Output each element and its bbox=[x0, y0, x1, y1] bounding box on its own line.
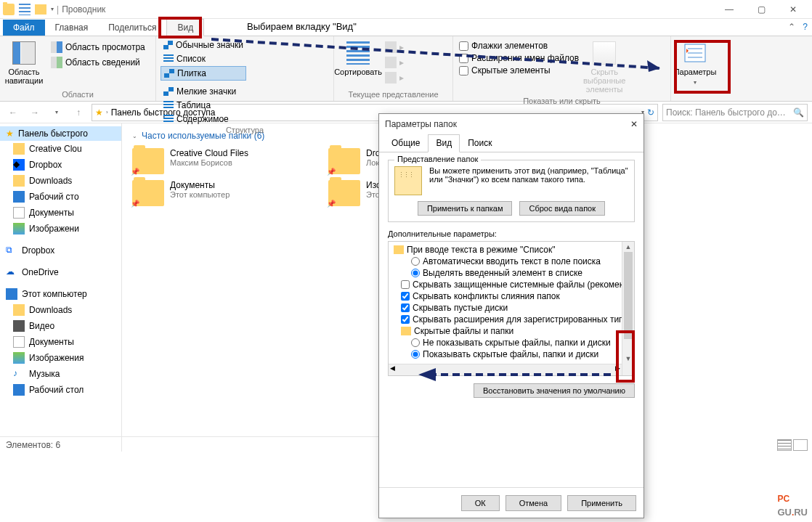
dlg-tab-view[interactable]: Вид bbox=[428, 134, 460, 152]
sidebar-item[interactable]: Downloads bbox=[0, 173, 121, 189]
back-button[interactable]: ← bbox=[4, 104, 22, 121]
details-pane-button[interactable]: Область сведений bbox=[48, 55, 148, 70]
folder-view-fieldset: Представление папок Вы можете применить … bbox=[388, 160, 635, 222]
recent-dropdown[interactable]: ▾ bbox=[48, 104, 65, 121]
minimize-button[interactable]: — bbox=[713, 0, 745, 19]
tiles-view-icon[interactable] bbox=[793, 439, 808, 451]
help-icon[interactable]: ? bbox=[803, 22, 808, 32]
svg-marker-5 bbox=[647, 60, 660, 72]
annotation-arrow-1 bbox=[211, 36, 677, 73]
size-columns-button[interactable]: ▸ bbox=[382, 70, 407, 85]
tab-share[interactable]: Поделиться bbox=[98, 20, 166, 36]
tree-row[interactable]: Скрывать пустые диски bbox=[391, 302, 632, 314]
advanced-settings-tree[interactable]: При вводе текста в режиме "Список"Автома… bbox=[388, 241, 635, 376]
tree-row[interactable]: Автоматически вводить текст в поле поиск… bbox=[391, 256, 632, 267]
tree-row[interactable]: Скрывать расширения для зарегистрированн… bbox=[391, 314, 632, 325]
preview-pane-button[interactable]: Область просмотра bbox=[48, 40, 148, 54]
properties-icon[interactable] bbox=[19, 4, 31, 15]
svg-marker-7 bbox=[418, 368, 436, 381]
ribbon-collapse-icon[interactable]: ⌃ bbox=[788, 22, 795, 32]
sidebar-item[interactable]: Изображени bbox=[0, 221, 121, 237]
up-button[interactable]: ↑ bbox=[70, 104, 87, 121]
apply-to-folders-button[interactable]: Применить к папкам bbox=[418, 201, 513, 216]
forward-button[interactable]: → bbox=[26, 104, 44, 121]
cancel-button[interactable]: Отмена bbox=[506, 495, 561, 511]
reset-folders-button[interactable]: Сброс вида папок bbox=[519, 201, 605, 216]
new-folder-icon[interactable] bbox=[35, 4, 46, 15]
folder-item[interactable]: 📌Creative Cloud FilesМаксим Борисов bbox=[132, 148, 306, 174]
tree-row[interactable]: Показывать скрытые файлы, папки и диски bbox=[391, 348, 632, 360]
sidebar-item[interactable]: Downloads bbox=[0, 302, 121, 318]
ribbon-tabs: Файл Главная Поделиться Вид Выбираем вкл… bbox=[0, 19, 812, 36]
apply-button[interactable]: Применить bbox=[567, 495, 636, 511]
sidebar-item[interactable]: Документы bbox=[0, 205, 121, 221]
refresh-icon[interactable]: ↻ bbox=[647, 107, 654, 118]
layout-details[interactable]: Таблица bbox=[161, 99, 240, 112]
scroll-down-icon: ▼ bbox=[622, 354, 634, 364]
sidebar-onedrive[interactable]: ☁OneDrive bbox=[0, 264, 121, 280]
dlg-tab-search[interactable]: Поиск bbox=[460, 134, 500, 152]
sidebar-item[interactable]: Рабочий сто bbox=[0, 189, 121, 205]
tree-vscroll[interactable]: ▲ ▼ bbox=[622, 242, 634, 375]
search-icon[interactable]: 🔍 bbox=[793, 107, 804, 118]
sidebar-quick-access[interactable]: ★Панель быстрого bbox=[0, 126, 121, 141]
tab-view[interactable]: Вид bbox=[166, 19, 204, 36]
folder-item[interactable]: 📌ДокументыЭтот компьютер bbox=[132, 180, 306, 206]
window-title: Проводник bbox=[62, 4, 105, 15]
tree-row[interactable]: При вводе текста в режиме "Список" bbox=[391, 244, 632, 256]
sidebar-item[interactable]: Изображения bbox=[0, 350, 121, 366]
status-bar: Элементов: 6 bbox=[0, 436, 391, 452]
advanced-label: Дополнительные параметры: bbox=[388, 229, 635, 238]
sidebar-item[interactable]: Документы bbox=[0, 334, 121, 350]
maximize-button[interactable]: ▢ bbox=[745, 0, 777, 19]
sidebar-item[interactable]: Creative Clou bbox=[0, 141, 121, 157]
sidebar-item[interactable]: Видео bbox=[0, 318, 121, 334]
tree-row[interactable]: Не показывать скрытые файлы, папки и дис… bbox=[391, 337, 632, 348]
options-dropdown-icon[interactable]: ▾ bbox=[694, 79, 697, 86]
nav-tree[interactable]: ★Панель быстрого Creative Clou ◆Dropbox … bbox=[0, 123, 122, 452]
folder-options-dialog: Параметры папок ✕ Общие Вид Поиск Предст… bbox=[378, 113, 644, 518]
tree-row[interactable]: Скрывать защищенные системные файлы (рек… bbox=[391, 279, 632, 290]
tab-home[interactable]: Главная bbox=[45, 20, 99, 36]
sidebar-item[interactable]: ◆Dropbox bbox=[0, 157, 121, 173]
details-view-icon[interactable] bbox=[777, 439, 792, 451]
scroll-thumb[interactable] bbox=[624, 252, 633, 339]
tree-row[interactable]: Скрытые файлы и папки bbox=[391, 325, 632, 337]
search-input[interactable]: Поиск: Панель быстрого до… 🔍 bbox=[662, 104, 808, 121]
sidebar-dropbox[interactable]: ⧉Dropbox bbox=[0, 242, 121, 258]
svg-line-4 bbox=[211, 39, 660, 68]
dialog-close-icon[interactable]: ✕ bbox=[630, 119, 638, 129]
dlg-tab-general[interactable]: Общие bbox=[383, 134, 428, 152]
ok-button[interactable]: ОК bbox=[461, 495, 500, 511]
sidebar-item[interactable]: Рабочий стол bbox=[0, 382, 121, 398]
tab-file[interactable]: Файл bbox=[3, 20, 45, 36]
explorer-icon bbox=[3, 4, 15, 15]
layout-content[interactable]: Содержимое bbox=[161, 113, 240, 126]
nav-pane-button[interactable]: Область навигации bbox=[4, 38, 44, 88]
annotation-arrow-2 bbox=[418, 366, 611, 383]
sidebar-this-pc[interactable]: Этот компьютер bbox=[0, 286, 121, 302]
titlebar: ▾ | Проводник — ▢ ✕ bbox=[0, 0, 812, 19]
close-button[interactable]: ✕ bbox=[777, 0, 809, 19]
layout-small-icons[interactable]: Мелкие значки bbox=[161, 85, 240, 98]
tree-row[interactable]: Выделять введенный элемент в списке bbox=[391, 267, 632, 279]
restore-defaults-button[interactable]: Восстановить значения по умолчанию bbox=[474, 383, 635, 398]
watermark: PCGU.RU bbox=[777, 484, 808, 518]
options-button[interactable]: Параметры ▾ bbox=[675, 38, 715, 89]
quick-access-toolbar: ▾ bbox=[3, 4, 54, 15]
folder-preview-icon bbox=[394, 166, 422, 195]
tree-row[interactable]: Скрывать конфликты слияния папок bbox=[391, 290, 632, 302]
dialog-title: Параметры папок bbox=[385, 119, 457, 129]
location-star-icon: ★ bbox=[95, 107, 103, 118]
qat-dropdown-icon[interactable]: ▾ bbox=[51, 6, 54, 12]
scroll-up-icon: ▲ bbox=[622, 242, 634, 252]
annotation-tip: Выбираем вкладку "Вид" bbox=[247, 21, 357, 32]
sidebar-item[interactable]: ♪Музыка bbox=[0, 366, 121, 382]
